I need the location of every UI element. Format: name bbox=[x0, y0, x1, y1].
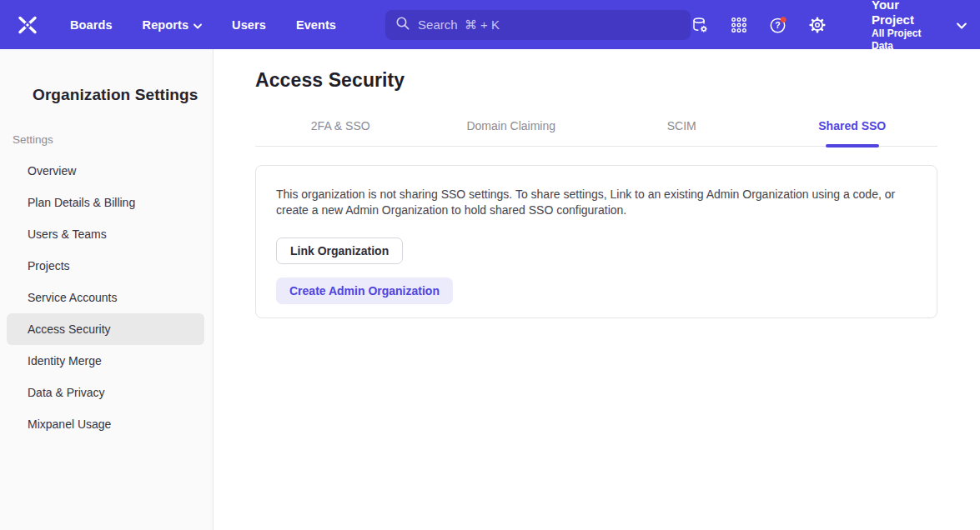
sidebar-section-label: Settings bbox=[13, 133, 213, 146]
project-subtitle: All Project Data bbox=[872, 28, 944, 52]
search-input[interactable] bbox=[418, 18, 681, 32]
project-switcher[interactable]: Your Project All Project Data bbox=[872, 0, 967, 52]
sidebar-item-plan-details-billing[interactable]: Plan Details & Billing bbox=[7, 187, 204, 218]
mixpanel-logo[interactable] bbox=[16, 13, 39, 37]
settings-gear-icon[interactable] bbox=[808, 16, 827, 34]
search-bar[interactable] bbox=[385, 10, 691, 40]
help-icon[interactable]: ? bbox=[769, 16, 787, 34]
notification-dot bbox=[781, 17, 787, 22]
chevron-down-icon bbox=[193, 18, 202, 32]
chevron-down-icon bbox=[957, 18, 967, 32]
apps-grid-icon[interactable] bbox=[730, 16, 748, 34]
sidebar-nav: Overview Plan Details & Billing Users & … bbox=[0, 155, 213, 440]
project-name: Your Project bbox=[872, 0, 944, 28]
shared-sso-description: This organization is not sharing SSO set… bbox=[276, 187, 910, 218]
top-navbar: Boards Reports Users Events bbox=[0, 0, 980, 49]
tab-bar: 2FA & SSO Domain Claiming SCIM Shared SS… bbox=[255, 114, 937, 147]
sidebar-item-access-security[interactable]: Access Security bbox=[7, 313, 204, 345]
tab-scim[interactable]: SCIM bbox=[596, 114, 767, 146]
sidebar-item-service-accounts[interactable]: Service Accounts bbox=[7, 282, 204, 313]
nav-reports[interactable]: Reports bbox=[143, 18, 203, 32]
active-tab-underline bbox=[826, 144, 879, 148]
sidebar-item-data-privacy[interactable]: Data & Privacy bbox=[7, 377, 204, 408]
navbar-right: ? Your Proj bbox=[691, 0, 967, 52]
sidebar-item-overview[interactable]: Overview bbox=[7, 155, 204, 187]
tab-shared-sso[interactable]: Shared SSO bbox=[767, 114, 938, 146]
tab-2fa-sso[interactable]: 2FA & SSO bbox=[255, 114, 426, 146]
nav-users[interactable]: Users bbox=[232, 18, 266, 32]
data-management-icon[interactable] bbox=[691, 16, 709, 34]
shared-sso-card: This organization is not sharing SSO set… bbox=[255, 165, 937, 318]
link-organization-button[interactable]: Link Organization bbox=[276, 238, 403, 264]
create-admin-organization-button[interactable]: Create Admin Organization bbox=[276, 278, 453, 304]
sidebar-title: Organization Settings bbox=[33, 86, 213, 104]
sidebar-item-identity-merge[interactable]: Identity Merge bbox=[7, 345, 204, 377]
sidebar-item-projects[interactable]: Projects bbox=[7, 250, 204, 282]
main-content: Access Security 2FA & SSO Domain Claimin… bbox=[214, 49, 980, 530]
nav-boards[interactable]: Boards bbox=[70, 18, 113, 32]
sidebar-item-mixpanel-usage[interactable]: Mixpanel Usage bbox=[7, 408, 204, 440]
nav-events[interactable]: Events bbox=[296, 18, 336, 32]
tab-domain-claiming[interactable]: Domain Claiming bbox=[426, 114, 597, 146]
sidebar-item-users-teams[interactable]: Users & Teams bbox=[7, 218, 204, 250]
page-title: Access Security bbox=[255, 69, 937, 92]
search-icon bbox=[395, 16, 410, 34]
settings-sidebar: Organization Settings Settings Overview … bbox=[0, 49, 214, 530]
primary-nav: Boards Reports Users Events bbox=[70, 18, 336, 32]
help-glyph: ? bbox=[775, 20, 780, 30]
